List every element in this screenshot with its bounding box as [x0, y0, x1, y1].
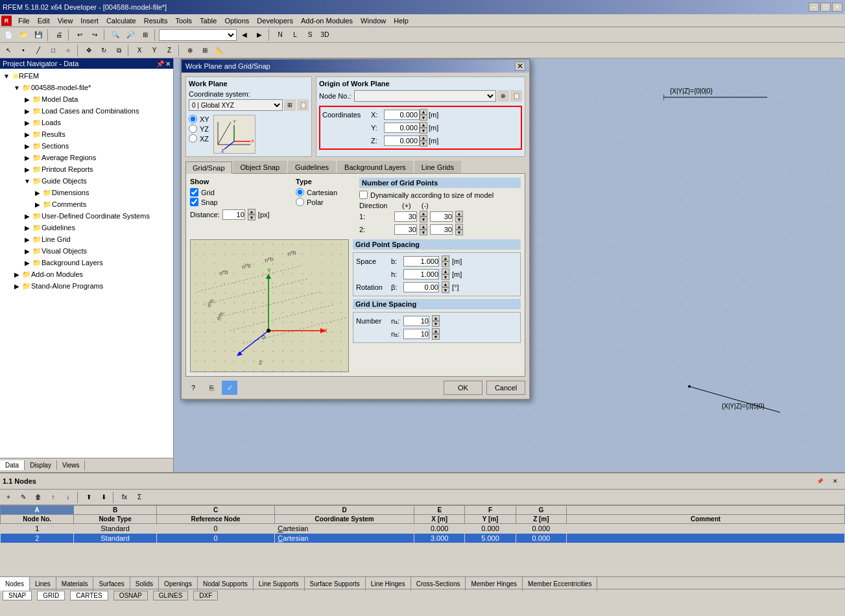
minimize-btn[interactable]: ─ [809, 3, 819, 12]
tree-item-rfem[interactable]: ▼ 🖥 RFEM [1, 70, 172, 82]
close-btn[interactable]: ✕ [832, 3, 842, 12]
n1-up[interactable]: ▲ [432, 315, 440, 321]
tb2-z[interactable]: Z [162, 44, 176, 57]
btab-surfacesupports[interactable]: Surface Supports [305, 577, 366, 591]
tb-new[interactable]: 📄 [1, 29, 16, 41]
menu-view[interactable]: View [54, 16, 77, 26]
n1-down[interactable]: ▼ [432, 321, 440, 327]
btab-linehinges[interactable]: Line Hinges [366, 577, 411, 591]
tb2-measure[interactable]: 📐 [213, 44, 227, 57]
dist-down[interactable]: ▼ [248, 215, 256, 220]
table-row[interactable]: 1 Standard 0 Cartesian 0.000 0.000 0.000 [1, 524, 845, 534]
h-input[interactable] [403, 269, 439, 279]
tb2-rotate[interactable]: ↻ [97, 44, 111, 57]
btab-materials[interactable]: Materials [56, 577, 94, 591]
menu-file[interactable]: File [14, 16, 34, 26]
tab-grid-snap[interactable]: Grid/Snap [185, 161, 232, 174]
b-input[interactable] [403, 256, 439, 267]
tree-item-guidelines[interactable]: ▶ 📁 Guidelines [1, 222, 172, 233]
menu-addon[interactable]: Add-on Modules [297, 16, 357, 26]
menu-help[interactable]: Help [390, 16, 412, 26]
z-spin-up[interactable]: ▲ [420, 135, 427, 141]
beta-up[interactable]: ▲ [442, 281, 449, 287]
bp-pin-btn[interactable]: 📌 [813, 475, 827, 488]
menu-table[interactable]: Table [196, 16, 220, 26]
bp-tb2[interactable]: ✎ [16, 491, 30, 504]
radio-yz[interactable]: YZ [189, 124, 209, 133]
coord-system-btn2[interactable]: 📋 [297, 99, 309, 111]
btab-nodalsupports[interactable]: Nodal Supports [198, 577, 254, 591]
tb2-snap[interactable]: ⊕ [183, 44, 197, 57]
tb-3d[interactable]: 3D [318, 29, 332, 41]
n2-input[interactable] [403, 329, 429, 339]
y-spin-down[interactable]: ▼ [420, 128, 427, 134]
btab-memberhinges[interactable]: Member Hinges [466, 577, 523, 591]
tree-item-standalone[interactable]: ▶ 📁 Stand-Alone Programs [1, 280, 172, 292]
status-snap[interactable]: SNAP [3, 591, 32, 600]
btab-crosssections[interactable]: Cross-Sections [411, 577, 466, 591]
snap-checkbox-label[interactable]: Snap [190, 198, 291, 206]
panel-tab-data[interactable]: Data [0, 460, 25, 470]
dist-up[interactable]: ▲ [248, 209, 256, 215]
status-cartes[interactable]: CARTES [70, 591, 108, 600]
tb2-x[interactable]: X [132, 44, 147, 57]
btab-nodes[interactable]: Nodes [0, 577, 30, 591]
cartesian-radio-label[interactable]: Cartesian [296, 188, 354, 196]
menu-window[interactable]: Window [357, 16, 390, 26]
radio-xz[interactable]: XZ [189, 134, 209, 143]
tree-item-loadcases[interactable]: ▶ 📁 Load Cases and Combinations [1, 105, 172, 117]
bp-close-btn[interactable]: ✕ [828, 475, 842, 488]
y-spin-up[interactable]: ▲ [420, 122, 427, 128]
tb2-node[interactable]: • [16, 44, 30, 57]
tab-object-snap[interactable]: Object Snap [233, 161, 287, 173]
status-glines[interactable]: GLINES [153, 591, 189, 600]
bp-tb4[interactable]: ↑ [46, 491, 60, 504]
d1p-down[interactable]: ▼ [420, 217, 427, 222]
tree-item-results[interactable]: ▶ 📁 Results [1, 128, 172, 140]
b-up[interactable]: ▲ [442, 255, 449, 261]
tree-item-visualobj[interactable]: ▶ 📁 Visual Objects [1, 245, 172, 257]
radio-xy-input[interactable] [189, 115, 197, 123]
dialog-title-bar[interactable]: Work Plane and Grid/Snap ✕ [182, 60, 529, 73]
tb-right[interactable]: ▶ [252, 29, 267, 41]
d1p-up[interactable]: ▲ [420, 211, 427, 217]
d2m-up[interactable]: ▲ [455, 224, 463, 230]
menu-options[interactable]: Options [220, 16, 253, 26]
btab-lines[interactable]: Lines [30, 577, 56, 591]
z-spin-down[interactable]: ▼ [420, 141, 427, 147]
tree-item-modeldata[interactable]: ▶ 📁 Model Data [1, 93, 172, 105]
tb2-select[interactable]: ↖ [1, 44, 16, 57]
tree-item-sections[interactable]: ▶ 📁 Sections [1, 140, 172, 152]
tab-guidelines[interactable]: Guidelines [288, 161, 336, 173]
tb2-move[interactable]: ✥ [82, 44, 96, 57]
radio-xz-input[interactable] [189, 134, 197, 143]
btab-surfaces[interactable]: Surfaces [93, 577, 130, 591]
tb2-grid[interactable]: ⊞ [198, 44, 212, 57]
grid-checkbox-label[interactable]: Grid [190, 188, 291, 196]
help-btn[interactable]: ? [185, 381, 201, 395]
h-up[interactable]: ▲ [442, 268, 449, 274]
dir2-plus-input[interactable] [394, 224, 417, 235]
tree-item-addon[interactable]: ▶ 📁 Add-on Modules [1, 268, 172, 280]
panel-close-btn[interactable]: ✕ [165, 60, 171, 67]
tb-save[interactable]: 💾 [31, 29, 45, 41]
tree-item-model[interactable]: ▼ 📁 004588-model-file* [1, 82, 172, 93]
dir1-plus-input[interactable] [394, 211, 417, 222]
dir2-minus-input[interactable] [430, 224, 453, 235]
panel-tab-display[interactable]: Display [25, 460, 57, 470]
bp-tb3[interactable]: 🗑 [31, 491, 45, 504]
radio-yz-input[interactable] [189, 124, 197, 133]
polar-radio-label[interactable]: Polar [296, 198, 354, 206]
tree-item-avgregions[interactable]: ▶ 📁 Average Regions [1, 152, 172, 163]
tab-background-layers[interactable]: Background Layers [337, 161, 413, 173]
ok-btn[interactable]: OK [444, 381, 482, 395]
d1m-up[interactable]: ▲ [455, 211, 463, 217]
tab-line-grids[interactable]: Line Grids [414, 161, 461, 173]
dynamic-checkbox[interactable] [359, 191, 368, 199]
beta-input[interactable] [403, 282, 439, 292]
menu-results[interactable]: Results [140, 16, 172, 26]
radio-xy[interactable]: XY [189, 115, 209, 123]
status-osnap[interactable]: OSNAP [113, 591, 148, 600]
tb2-circle[interactable]: ○ [61, 44, 75, 57]
x-spin-up[interactable]: ▲ [420, 109, 427, 115]
